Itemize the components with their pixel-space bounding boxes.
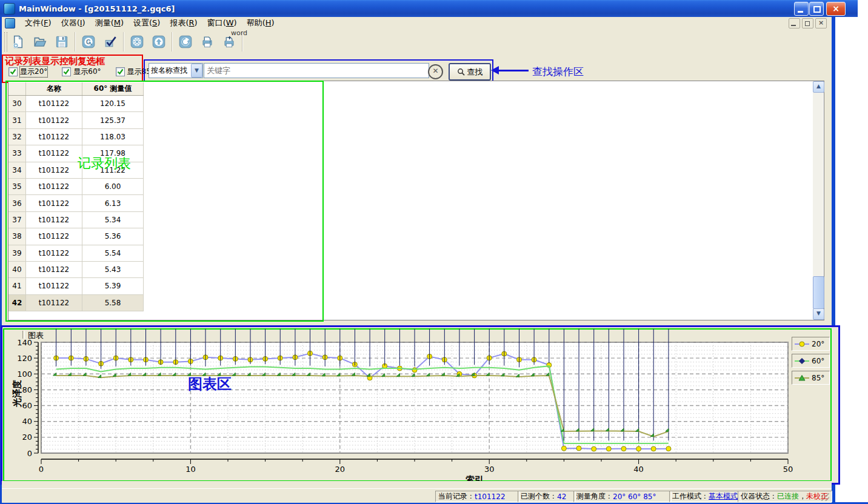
toolbar-separator — [172, 32, 173, 51]
find-button[interactable]: 查找 — [449, 63, 491, 81]
print-report-button[interactable] — [197, 30, 218, 53]
svg-text:50: 50 — [783, 465, 793, 474]
status-label: 工作模式： — [672, 491, 709, 502]
menu-f[interactable]: 文件(F) — [20, 16, 56, 30]
upload-data-icon — [152, 33, 165, 50]
menu-m[interactable]: 测量(M) — [90, 16, 129, 30]
print-report-icon — [201, 33, 214, 50]
close-button[interactable]: × — [826, 2, 846, 16]
menu-h[interactable]: 帮助(H) — [242, 16, 279, 30]
scrollbar-thumb[interactable] — [813, 276, 824, 309]
save-file-icon — [55, 33, 68, 50]
legend-marker-icon — [794, 340, 810, 348]
refresh-data-button[interactable] — [175, 30, 196, 53]
close-icon: × — [816, 19, 826, 27]
status-panel-work-mode: 工作模式：基本模式 — [669, 491, 741, 502]
scroll-down-button[interactable]: ▼ — [813, 308, 824, 320]
toolbar: G — [2, 29, 832, 55]
menu-r[interactable]: 报表(R) — [165, 16, 202, 30]
status-value: 已连接 — [777, 491, 799, 502]
annotation-arrow-head — [491, 66, 499, 75]
checkbox-show-60[interactable]: 显示60° — [62, 67, 101, 77]
menu-items: 文件(F)仪器(I)测量(M)设置(S)报表(R)窗口(W)帮助(H) — [20, 16, 279, 30]
status-value: 未校正 — [806, 491, 828, 502]
status-value: ， — [799, 491, 806, 502]
checkbox-label: 显示60° — [73, 67, 101, 77]
app-icon — [4, 3, 15, 15]
checkbox-show-20[interactable]: 显示20° — [8, 67, 47, 77]
svg-text:140: 140 — [17, 338, 32, 347]
open-file-button[interactable] — [30, 30, 50, 53]
desktop-background — [858, 0, 868, 17]
chevron-down-icon[interactable]: ▼ — [191, 64, 202, 78]
status-value[interactable]: 基本模式 — [709, 491, 738, 502]
search-mode-combobox[interactable]: 按名称查找 ▼ — [149, 63, 203, 78]
word-export-label: word — [231, 29, 247, 37]
mdi-minimize-button[interactable] — [789, 18, 800, 28]
mdi-restore-button[interactable] — [802, 18, 813, 28]
save-file-button[interactable] — [52, 30, 72, 53]
svg-text:120: 120 — [17, 354, 32, 363]
svg-text:G: G — [86, 38, 91, 45]
checkbox-icon[interactable] — [8, 67, 18, 76]
svg-text:0: 0 — [39, 465, 44, 474]
mdi-child-icon — [5, 18, 15, 28]
clear-search-button[interactable]: ✕ — [428, 64, 443, 79]
svg-text:80: 80 — [22, 385, 32, 394]
legend-entry-60[interactable]: 60° — [792, 354, 830, 368]
annotation-search-area-label: 查找操作区 — [532, 65, 584, 79]
status-panel-measure-angles: 测量角度：20° 60° 85° — [573, 491, 672, 502]
menu-bar: 文件(F)仪器(I)测量(M)设置(S)报表(R)窗口(W)帮助(H) × — [2, 17, 832, 30]
gloss-chart: 02040608010012014001020304050 — [3, 328, 829, 479]
gloss-measure-button[interactable]: G — [78, 30, 99, 53]
status-panel-measured-count: 已测个数：42 — [518, 491, 576, 502]
annotation-filter-title: 记录列表显示控制复选框 — [5, 56, 105, 67]
client-area — [2, 481, 832, 488]
svg-text:20: 20 — [335, 465, 346, 474]
upload-data-button[interactable] — [149, 30, 169, 53]
new-file-button[interactable] — [8, 30, 28, 53]
checkbox-label: 显示20° — [20, 67, 47, 77]
calibration-wheel-icon — [130, 33, 144, 50]
svg-text:40: 40 — [633, 465, 644, 474]
refresh-data-icon — [179, 33, 192, 50]
confirm-measure-icon — [104, 33, 117, 50]
minimize-icon — [798, 11, 803, 13]
svg-text:0: 0 — [27, 449, 32, 458]
status-bar: 当前记录：t101122已测个数：42测量角度：20° 60° 85°工作模式：… — [2, 488, 832, 503]
mdi-window-buttons: × — [789, 18, 827, 28]
calibration-wheel-button[interactable] — [127, 30, 147, 53]
restore-icon — [805, 21, 810, 26]
legend-marker-icon — [794, 374, 810, 382]
legend-entry-85[interactable]: 85° — [792, 371, 830, 385]
menu-i[interactable]: 仪器(I) — [56, 16, 90, 30]
legend-label: 20° — [812, 340, 824, 348]
window-title: MainWindow - [g20151112_2.gqc6] — [19, 4, 175, 13]
annotation-green-box — [5, 81, 324, 322]
menu-s[interactable]: 设置(S) — [129, 16, 165, 30]
table-scrollbar[interactable]: ▲ ▼ — [813, 81, 823, 319]
svg-text:60: 60 — [22, 401, 32, 410]
chart-y-axis-label: 光泽度 — [12, 376, 23, 412]
application-window: MainWindow - [g20151112_2.gqc6] × 文件(F)仪… — [0, 0, 868, 504]
checkbox-icon[interactable] — [116, 67, 125, 76]
checkbox-icon[interactable] — [62, 67, 71, 76]
restore-button[interactable] — [809, 2, 824, 16]
legend-label: 60° — [812, 357, 824, 365]
restore-icon — [813, 6, 821, 13]
confirm-measure-button[interactable] — [100, 30, 121, 53]
scroll-up-button[interactable]: ▲ — [813, 81, 824, 93]
find-button-label: 查找 — [467, 67, 483, 78]
desktop-background — [835, 17, 868, 502]
new-file-icon — [12, 33, 25, 50]
svg-text:20: 20 — [22, 433, 32, 442]
annotation-chart-area-label: 图表区 — [188, 374, 232, 394]
close-icon: × — [827, 3, 845, 14]
legend-entry-20[interactable]: 20° — [792, 337, 830, 351]
mdi-close-button[interactable]: × — [815, 18, 827, 28]
toolbar-buttons: G — [7, 30, 245, 53]
svg-text:10: 10 — [185, 465, 196, 474]
minimize-button[interactable] — [794, 2, 809, 16]
search-keyword-input[interactable] — [204, 63, 429, 78]
menu-w[interactable]: 窗口(W) — [202, 16, 242, 30]
